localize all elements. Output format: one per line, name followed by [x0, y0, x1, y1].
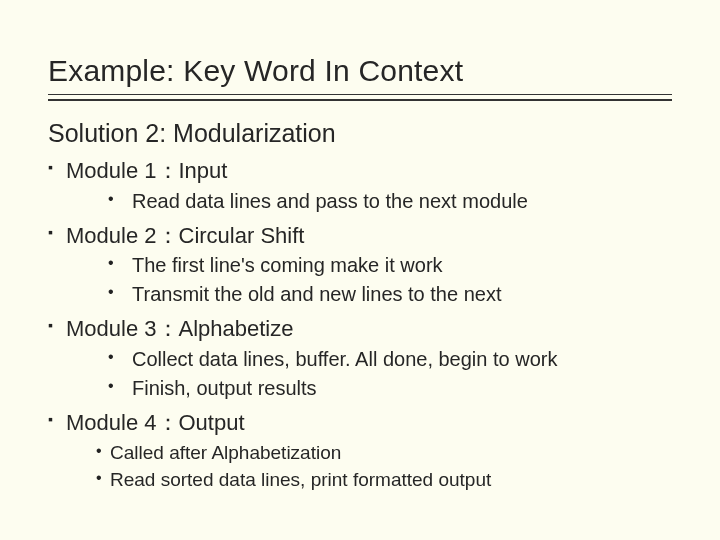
module-heading: Module 3：Alphabetize	[66, 316, 293, 341]
module-item: Module 2：Circular Shift The first line's…	[48, 221, 672, 309]
module-point: Read sorted data lines, print formatted …	[96, 467, 672, 493]
title-underline	[48, 95, 672, 101]
module-heading: Module 2：Circular Shift	[66, 223, 304, 248]
module-item: Module 4：Output Called after Alphabetiza…	[48, 408, 672, 493]
module-point: Finish, output results	[108, 375, 672, 402]
module-point: Called after Alphabetization	[96, 440, 672, 466]
module-points: Read data lines and pass to the next mod…	[66, 188, 672, 215]
module-item: Module 3：Alphabetize Collect data lines,…	[48, 314, 672, 402]
slide: Example: Key Word In Context Solution 2:…	[0, 0, 720, 540]
module-point: Collect data lines, buffer. All done, be…	[108, 346, 672, 373]
module-points: The first line's coming make it work Tra…	[66, 252, 672, 308]
slide-title: Example: Key Word In Context	[48, 54, 672, 95]
module-point: Read data lines and pass to the next mod…	[108, 188, 672, 215]
module-point: The first line's coming make it work	[108, 252, 672, 279]
module-item: Module 1：Input Read data lines and pass …	[48, 156, 672, 215]
module-list: Module 1：Input Read data lines and pass …	[48, 156, 672, 493]
module-points: Collect data lines, buffer. All done, be…	[66, 346, 672, 402]
module-heading: Module 4：Output	[66, 410, 245, 435]
module-point: Transmit the old and new lines to the ne…	[108, 281, 672, 308]
module-points: Called after Alphabetization Read sorted…	[66, 440, 672, 493]
slide-subtitle: Solution 2: Modularization	[48, 119, 672, 148]
module-heading: Module 1：Input	[66, 158, 227, 183]
